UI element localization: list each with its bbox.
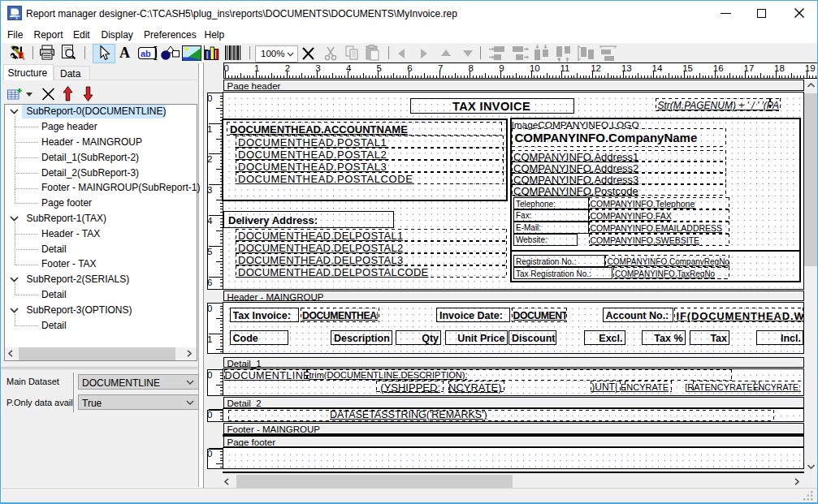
svg-text:ab: ab xyxy=(141,49,151,58)
svg-text:s: s xyxy=(15,14,18,21)
